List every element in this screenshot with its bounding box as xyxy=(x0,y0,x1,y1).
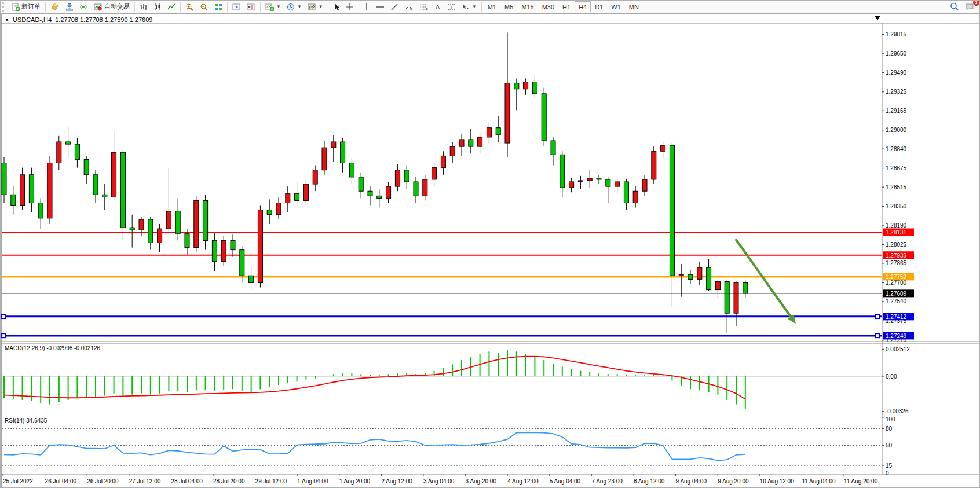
cursor-button[interactable] xyxy=(330,1,343,13)
candlestick xyxy=(249,276,254,282)
price-axis-label: 1.29000 xyxy=(886,127,907,133)
time-axis-label: 26 Jul 20:00 xyxy=(87,478,119,485)
line-handle[interactable] xyxy=(876,333,880,337)
trendline-icon xyxy=(390,3,398,11)
rsi-axis-label: 15 xyxy=(886,463,893,469)
autotrading-button[interactable]: 自动交易 xyxy=(91,1,133,13)
candlestick xyxy=(597,178,601,179)
rsi-axis-label: 100 xyxy=(886,416,895,423)
notification-badge: 1 xyxy=(973,0,979,6)
text-button[interactable]: A xyxy=(432,1,444,13)
templates-button[interactable]: ▼ xyxy=(305,1,326,13)
svg-text:T: T xyxy=(449,5,452,10)
price-tag-label: 1.27935 xyxy=(886,252,907,259)
bar-chart-icon xyxy=(140,3,148,11)
candlestick xyxy=(569,182,574,188)
chevron-down-icon: ▼ xyxy=(276,4,281,9)
line-handle[interactable] xyxy=(2,314,6,318)
tile-windows-button[interactable] xyxy=(211,1,225,13)
candlestick xyxy=(221,240,226,262)
candlestick xyxy=(688,274,693,279)
trend-arrow-object[interactable] xyxy=(736,239,792,319)
candlestick xyxy=(551,141,555,155)
line-handle[interactable] xyxy=(2,333,6,337)
rsi-indicator-label: RSI(14) 34.6435 xyxy=(5,417,47,424)
candlestick xyxy=(47,163,52,218)
trendline-button[interactable] xyxy=(387,1,401,13)
equidistant-channel-button[interactable]: E xyxy=(401,1,416,13)
horizontal-line-button[interactable] xyxy=(372,1,387,13)
bar-chart-button[interactable] xyxy=(137,1,151,13)
candlestick xyxy=(2,163,6,195)
navigator-button[interactable] xyxy=(62,1,76,13)
new-order-icon xyxy=(12,3,20,11)
zoom-in-button[interactable] xyxy=(182,1,197,13)
candlestick xyxy=(212,240,217,262)
timeframe-button-m1[interactable]: M1 xyxy=(484,1,500,12)
line-handle[interactable] xyxy=(876,314,880,318)
auto-scroll-button[interactable] xyxy=(229,1,244,13)
timeframe-button-m30[interactable]: M30 xyxy=(538,1,558,12)
line-chart-button[interactable] xyxy=(164,1,178,13)
candlestick xyxy=(29,175,34,203)
arrows-button[interactable]: ▼ xyxy=(459,1,480,13)
price-tag-label: 1.27752 xyxy=(886,274,907,280)
candlestick xyxy=(414,182,418,196)
vertical-line-button[interactable] xyxy=(361,1,372,13)
time-axis-label: 11 Aug 04:00 xyxy=(802,478,836,485)
time-axis-label: 27 Jul 12:00 xyxy=(129,478,161,485)
candlestick xyxy=(725,281,729,313)
chart-shift-button[interactable] xyxy=(244,1,258,13)
candlestick-chart-button[interactable] xyxy=(151,1,164,13)
crosshair-button[interactable] xyxy=(343,1,357,13)
chart-shift-marker[interactable] xyxy=(875,16,880,20)
candlestick xyxy=(469,140,473,146)
candlestick xyxy=(349,163,354,177)
time-axis-label: 11 Aug 20:00 xyxy=(844,478,878,485)
timeframe-button-mn[interactable]: MN xyxy=(625,1,643,12)
candlestick xyxy=(38,203,43,218)
candlestick xyxy=(286,193,290,203)
data-window-button[interactable] xyxy=(76,1,91,13)
candlestick xyxy=(368,191,372,196)
candlestick xyxy=(313,170,317,184)
candlestick xyxy=(697,267,702,279)
price-tag-label: 1.28131 xyxy=(886,229,907,236)
candlestick xyxy=(11,195,16,205)
candlestick xyxy=(524,82,528,89)
time-axis-label: 1 Aug 20:00 xyxy=(339,478,371,485)
timeframe-button-d1[interactable]: D1 xyxy=(591,1,607,12)
chart-canvas[interactable]: 1.298151.296501.294901.293251.291651.290… xyxy=(1,13,980,488)
auto-scroll-icon xyxy=(232,3,241,11)
price-axis-label: 1.28840 xyxy=(886,146,907,152)
timeframe-button-w1[interactable]: W1 xyxy=(607,1,625,12)
candlestick xyxy=(84,159,89,174)
chart-title-bar[interactable]: ▼ USDCAD-,H4 1.27708 1.27708 1.27590 1.2… xyxy=(5,16,152,23)
timeframe-button-h4[interactable]: H4 xyxy=(575,1,591,12)
candlestick xyxy=(20,175,25,206)
candlestick xyxy=(103,195,107,197)
indicators-icon xyxy=(265,3,274,11)
text-label-button[interactable]: T xyxy=(444,1,459,13)
zoom-out-icon xyxy=(200,3,209,11)
indicators-button[interactable]: ▼ xyxy=(262,1,284,13)
market-watch-button[interactable] xyxy=(47,1,62,13)
periods-button[interactable]: ▼ xyxy=(284,1,305,13)
zoom-out-button[interactable] xyxy=(197,1,211,13)
search-button[interactable] xyxy=(947,1,962,13)
candlestick xyxy=(652,151,656,179)
mt4-terminal: { "toolbar": { "new_order_label": "新订单",… xyxy=(0,0,980,488)
timeframe-button-m15[interactable]: M15 xyxy=(517,1,537,12)
candlestick xyxy=(331,142,336,148)
toolbar-separator xyxy=(260,2,261,12)
timeframe-button-m5[interactable]: M5 xyxy=(500,1,517,12)
time-axis-label: 3 Aug 20:00 xyxy=(466,478,497,485)
toolbar-drag-handle[interactable] xyxy=(2,2,7,12)
candlestick xyxy=(441,156,445,167)
new-order-button[interactable]: 新订单 xyxy=(9,1,43,13)
fibonacci-button[interactable]: F xyxy=(416,1,432,13)
time-axis-label: 29 Jul 12:00 xyxy=(255,478,287,485)
timeframe-button-h1[interactable]: H1 xyxy=(558,1,575,12)
notifications-button[interactable]: 1 xyxy=(962,1,977,13)
candlestick xyxy=(148,219,153,243)
